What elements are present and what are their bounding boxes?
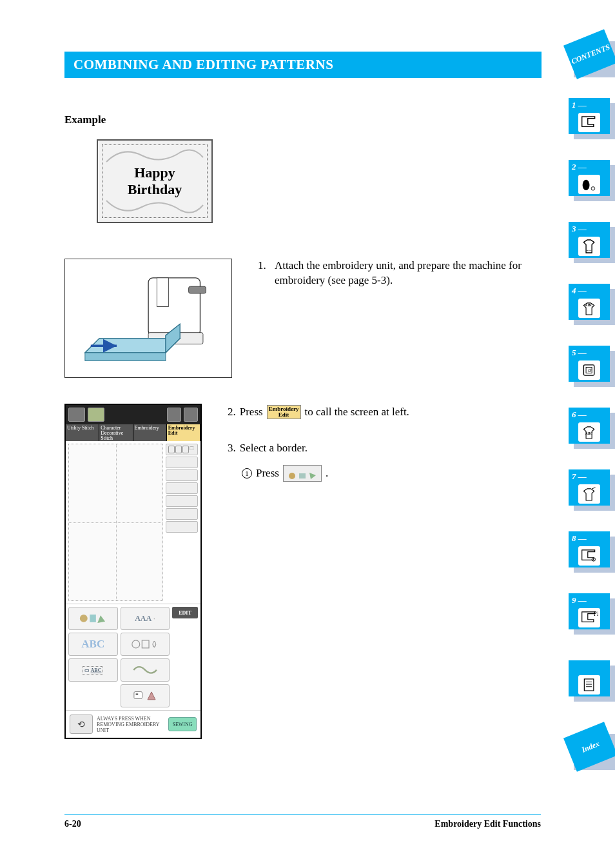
step-3-sub-text: Press (256, 465, 279, 482)
machine-icon (578, 113, 600, 132)
section-heading: COMBINING AND EDITING PATTERNS (64, 52, 542, 78)
happy-text-2: Birthday (128, 181, 182, 198)
step-2-before: Press (240, 404, 263, 420)
lcd-tab-decorative: Character Decorative Stitch (99, 424, 133, 441)
svg-rect-6 (90, 615, 96, 622)
lcd-top-icon (68, 408, 85, 422)
lcd-side-btn (166, 521, 198, 533)
svg-rect-4 (85, 353, 166, 361)
lcd-edit-button: EDIT (172, 607, 198, 618)
foot-shirt-icon (578, 484, 600, 504)
svg-point-14 (592, 187, 595, 190)
lcd-side-btn (166, 457, 198, 468)
step-3-sub-number: 1 (242, 468, 252, 478)
lcd-palette-abc-outline: ABC (68, 633, 118, 656)
tab-chapter-1[interactable]: 1 — (569, 98, 615, 139)
footer-title: Embroidery Edit Functions (434, 819, 541, 829)
lcd-sewing-button: SEWING (168, 717, 197, 731)
happy-text-1: Happy (134, 164, 175, 181)
embroidery-edit-button-icon: Embroidery Edit (267, 405, 301, 419)
lcd-tab-embroidery-edit: Embroidery Edit (167, 424, 200, 441)
svg-rect-2 (189, 286, 206, 293)
svg-point-13 (583, 180, 590, 190)
step-3-number: 3. (228, 440, 236, 457)
tab-chapter-8[interactable]: 8 — (569, 531, 615, 573)
example-image: Happy Birthday (97, 139, 213, 223)
step-2-after: to call the screen at left. (305, 404, 409, 420)
tab-chapter-3[interactable]: 3 — (569, 222, 615, 263)
lcd-top-icon (184, 408, 198, 422)
machine-gear-icon (578, 546, 600, 566)
tab-chapter-9[interactable]: 9 — ?! (569, 593, 615, 635)
tab-chapter-7[interactable]: 7 — (569, 469, 615, 511)
border-button-icon (283, 465, 322, 482)
machine-question-icon: ?! (578, 608, 600, 627)
svg-rect-23 (585, 679, 594, 691)
lcd-palette-shapes (121, 633, 170, 656)
tab-chapter-4[interactable]: 4 — ABC (569, 284, 615, 325)
tab-index[interactable]: Index (569, 729, 615, 770)
lcd-remove-unit-button: ⟲ (70, 715, 93, 734)
tab-chapter-5[interactable]: 5 — ☆ (569, 346, 615, 387)
shirt-icon (578, 237, 600, 256)
document-icon (578, 675, 600, 695)
lcd-side-btn (166, 469, 198, 481)
lcd-palette-decorative (68, 607, 118, 630)
step-1-number: 1. (258, 259, 269, 273)
lcd-tab-embroidery: Embroidery (133, 424, 167, 441)
tab-chapter-6[interactable]: 6 — ABC (569, 408, 615, 449)
example-label: Example (64, 113, 542, 126)
thread-icon (578, 175, 600, 194)
abc-shirt-icon: ABC (578, 299, 600, 318)
svg-text:☆: ☆ (587, 368, 592, 373)
lcd-palette-motif (121, 658, 170, 682)
svg-point-5 (80, 615, 88, 622)
svg-rect-12 (299, 473, 306, 478)
hoop-icon: ☆ (578, 360, 600, 380)
lcd-tab-utility: Utility Stitch (66, 424, 99, 441)
lcd-size-buttons: ⬚ (166, 444, 198, 455)
lcd-canvas (68, 444, 163, 601)
edit-shirt-icon: ABC (578, 422, 600, 442)
lcd-palette-card (121, 684, 170, 707)
step-2-number: 2. (228, 404, 236, 420)
tab-appendix[interactable] (569, 660, 615, 702)
svg-rect-8 (142, 640, 149, 648)
svg-text:?!: ?! (594, 610, 598, 617)
lcd-palette-abc-frame: ▭ ABC (68, 658, 118, 682)
lcd-top-icon (88, 408, 104, 422)
lcd-palette-aaa: AAA· (121, 607, 170, 630)
step-1-text: Attach the embroidery unit, and prepare … (275, 259, 542, 288)
lcd-side-btn (166, 508, 198, 520)
lcd-side-btn (166, 482, 198, 494)
lcd-footer-text: ALWAYS PRESS WHEN REMOVING EMBROIDERY UN… (97, 716, 164, 733)
machine-illustration (64, 259, 232, 378)
lcd-top-icon (167, 408, 181, 422)
page-number: 6-20 (64, 819, 81, 829)
svg-point-11 (289, 473, 295, 479)
svg-point-7 (132, 640, 140, 648)
lcd-screen-illustration: Utility Stitch Character Decorative Stit… (64, 404, 202, 739)
lcd-side-btn (166, 495, 198, 507)
tab-chapter-2[interactable]: 2 — (569, 160, 615, 201)
svg-text:ABC: ABC (585, 302, 594, 307)
tab-contents[interactable]: CONTENTS (569, 36, 615, 77)
step-3-text: Select a border. (240, 440, 308, 457)
svg-rect-10 (135, 693, 138, 695)
svg-text:ABC: ABC (585, 431, 593, 435)
step-3-sub-after: . (326, 465, 328, 482)
svg-rect-1 (157, 278, 168, 307)
